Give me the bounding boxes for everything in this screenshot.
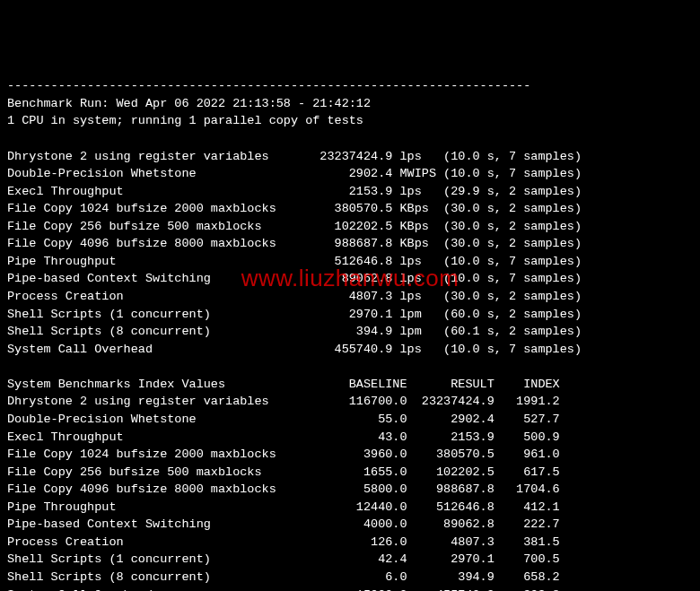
divider-line: ----------------------------------------…	[7, 79, 530, 92]
index-section: System Benchmarks Index Values BASELINE …	[7, 376, 693, 591]
benchmark-run-header: Benchmark Run: Wed Apr 06 2022 21:13:58 …	[7, 97, 371, 110]
terminal-output: ----------------------------------------…	[7, 77, 693, 591]
results-section: Dhrystone 2 using register variables 232…	[7, 148, 693, 359]
cpu-info: 1 CPU in system; running 1 parallel copy…	[7, 114, 363, 127]
